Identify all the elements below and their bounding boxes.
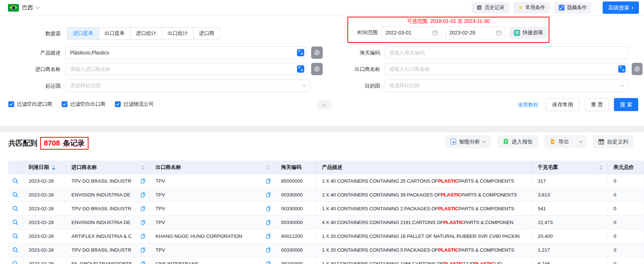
favorites-button[interactable]: ★ 常用条件: [513, 2, 550, 13]
table-row: 2023-02-28ENVISION INDUSTRIA DETPV003300…: [8, 216, 644, 230]
cell-hscode: 39230000: [275, 257, 316, 264]
datasource-tab-2[interactable]: 进口统计: [130, 28, 162, 39]
datasource-tab-4[interactable]: 进口商: [193, 28, 220, 39]
cell-desc: 1 X 40 CONTAINERS CONTAINING 39 PACKAGES…: [316, 188, 532, 202]
view-detail-button[interactable]: [8, 202, 23, 215]
column-header-exporter[interactable]: 出口商名称: [150, 161, 275, 174]
enter-report-button[interactable]: 进入报告: [498, 135, 538, 148]
start-date-input[interactable]: 2022-03-01: [381, 27, 442, 39]
calendar-icon: [432, 30, 438, 36]
origin-country-select[interactable]: 请选择起运国: [65, 80, 310, 92]
country-selector[interactable]: 巴西: [8, 4, 39, 12]
smart-analysis-label: 智能分析: [459, 138, 480, 145]
custom-columns-button[interactable]: 自定义列: [593, 135, 633, 148]
desc-text: 1 X 40 CONTAINERS CONTAINING 25 CARTONS …: [322, 178, 438, 184]
origin-country-label: 起运国: [0, 80, 61, 92]
view-detail-button[interactable]: [8, 257, 23, 264]
exporter-name: TPV: [156, 220, 165, 225]
dest-country-label: 目的国: [319, 80, 380, 92]
sort-arrows-icon[interactable]: [52, 165, 55, 170]
reset-button[interactable]: 重 置: [585, 98, 609, 111]
copy-icon[interactable]: [266, 192, 271, 198]
smart-analysis-button[interactable]: BI 智能分析: [445, 135, 491, 148]
copy-icon[interactable]: [140, 192, 146, 198]
exporter-input[interactable]: [384, 63, 628, 75]
copy-icon[interactable]: [140, 261, 146, 264]
magnifier-icon: [12, 178, 19, 184]
cell-price: 0: [608, 188, 644, 202]
copy-icon[interactable]: [266, 233, 271, 239]
cell-importer: ARTIFLEX INDUSTRIA & C: [66, 230, 150, 243]
copy-icon[interactable]: [266, 247, 271, 253]
history-button[interactable]: 历史记录: [472, 2, 509, 13]
end-date-input[interactable]: 2023-02-28: [445, 27, 505, 39]
cell-weight: 3,613: [532, 188, 608, 202]
datasource-tab-1[interactable]: 出口提单: [99, 28, 130, 39]
quick-options-button[interactable]: ⌘ 快捷选项: [509, 27, 548, 39]
sort-arrows-icon[interactable]: [599, 165, 602, 170]
topbar: 巴西 历史记录 ★ 常用条件 隐藏条件 高级搜索 ›: [0, 0, 644, 16]
view-detail-button[interactable]: [8, 188, 23, 202]
importer-input[interactable]: [65, 63, 307, 75]
view-detail-button[interactable]: [8, 174, 23, 188]
view-detail-button[interactable]: [8, 216, 23, 229]
copy-icon[interactable]: [140, 178, 146, 184]
export-icon: [550, 139, 556, 145]
column-header-importer[interactable]: 进口商名称: [66, 161, 150, 174]
hs-code-input[interactable]: [384, 46, 628, 59]
translate-icon[interactable]: 中A: [297, 49, 304, 56]
view-detail-button[interactable]: [8, 230, 23, 243]
datasource-tab-3[interactable]: 出口统计: [162, 28, 193, 39]
export-options-button[interactable]: [575, 135, 586, 148]
desc-text: 1 X 20 CONTAINERS CONTAINING 5 PACKAGES …: [322, 247, 438, 253]
save-conditions-button[interactable]: 保存常用: [546, 98, 579, 111]
search-button[interactable]: 搜 索: [614, 98, 638, 111]
table-row: 2023-02-28FIL GROUP TRANSPORTECNS INTERT…: [8, 257, 644, 264]
copy-icon[interactable]: [140, 206, 146, 212]
desc-text: 1 X 40 CONTAINERS CONTAINING 2 PACKAGES …: [322, 206, 438, 211]
view-detail-button[interactable]: [8, 243, 23, 257]
product-desc-input[interactable]: [65, 46, 307, 59]
importer-name: ENVISION INDUSTRIA DE: [71, 220, 131, 225]
copy-icon[interactable]: [266, 206, 271, 212]
datasource-tab-0[interactable]: 进口提单: [67, 28, 99, 39]
chevron-down-icon: [579, 139, 583, 143]
dest-country-select[interactable]: 请选择目的国: [384, 80, 628, 92]
desc-text: 1 X 40 CONTAINERS CONTAINING 39 PACKAGES…: [322, 192, 441, 198]
column-header-hscode: 海关编码: [275, 161, 316, 174]
quick-options-label: 快捷选项: [523, 29, 543, 36]
filter-checkbox-1[interactable]: 过滤空白出口商: [62, 101, 106, 107]
advanced-search-button[interactable]: 高级搜索 ›: [603, 1, 639, 14]
translate-icon[interactable]: 中A: [297, 65, 304, 73]
table-body: 2023-02-28TPV DO BRASIL INDUSTRTPV850000…: [8, 174, 644, 264]
magnifier-icon: [12, 191, 19, 198]
exclude-toggle-button[interactable]: [632, 63, 643, 75]
hide-conditions-button[interactable]: 隐藏条件: [554, 2, 591, 13]
checkbox-checked-icon: [62, 101, 67, 107]
translate-icon[interactable]: 中A: [618, 65, 626, 73]
table-row: 2023-02-28TPV DO BRASIL INDUSTRTPV003300…: [8, 202, 644, 216]
cell-date: 2023-02-28: [23, 216, 66, 229]
copy-icon[interactable]: [140, 233, 146, 239]
end-date-value: 2023-02-28: [449, 30, 475, 36]
copy-icon[interactable]: [266, 219, 271, 226]
copy-icon[interactable]: [140, 247, 146, 253]
sort-arrows-icon[interactable]: [141, 165, 144, 170]
copy-icon[interactable]: [140, 219, 146, 226]
copy-icon[interactable]: [266, 261, 271, 264]
column-header-weight[interactable]: 千克毛重: [532, 161, 608, 174]
copy-icon[interactable]: [266, 178, 271, 184]
importer-label: 进口商名称: [0, 63, 61, 75]
sort-arrows-icon[interactable]: [267, 165, 270, 170]
filter-checkbox-0[interactable]: 过滤空白进口商: [8, 101, 52, 107]
collapse-panel-button[interactable]: [316, 99, 332, 109]
importer-name: TPV DO BRASIL INDUSTR: [71, 178, 131, 184]
filter-checkbox-2[interactable]: 过滤物流公司: [115, 101, 154, 107]
column-header-date[interactable]: 到港日期: [23, 161, 66, 174]
tutorial-link[interactable]: 使用教程: [518, 98, 538, 111]
cell-date: 2023-02-28: [23, 243, 66, 257]
hs-code-label: 海关编码: [319, 46, 380, 59]
export-button[interactable]: 导出: [545, 135, 574, 148]
cell-desc: 1 X 20 CONTAINERS CONTAINING 16 PALLET O…: [316, 230, 532, 243]
cell-exporter: TPV: [150, 202, 275, 215]
